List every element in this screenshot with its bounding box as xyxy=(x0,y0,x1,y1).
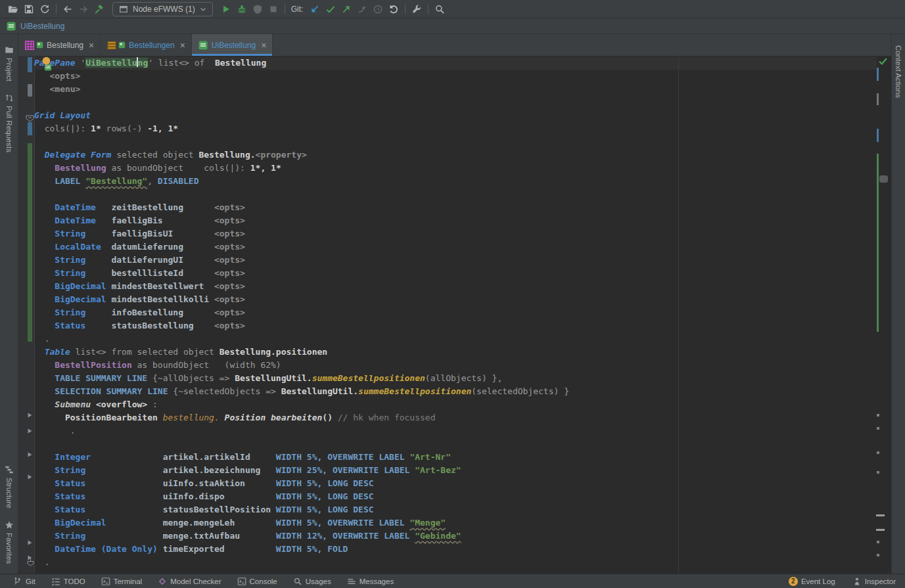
tab-bestellung[interactable]: Bestellung× xyxy=(18,34,101,56)
code-line: BigDecimal menge.mengeLeh WIDTH 5%, OVER… xyxy=(34,516,891,530)
statusbar-item-todo[interactable]: TODO xyxy=(51,577,85,586)
toolwindow-button-structure[interactable]: Structure xyxy=(5,465,14,509)
run-configuration-dropdown[interactable]: Node eFWWS (1) xyxy=(112,2,213,16)
statusbar-item-terminal[interactable]: Terminal xyxy=(101,577,142,586)
fold-arrow-icon[interactable] xyxy=(27,471,33,483)
green-badge-icon xyxy=(36,41,43,49)
tab-bestellungen[interactable]: Bestellungen× xyxy=(101,34,192,56)
git-update-icon[interactable] xyxy=(307,2,323,16)
run-icon[interactable] xyxy=(218,2,234,16)
git-patch-icon[interactable] xyxy=(354,2,370,16)
search-icon[interactable] xyxy=(432,2,448,16)
stripe-mark-dot xyxy=(877,427,879,430)
code-line: DateTime zeitBestellung <opts> xyxy=(34,201,891,214)
code-line xyxy=(34,438,891,451)
code-line: String datLieferungUI <opts> xyxy=(34,254,891,267)
statusbar-item-console[interactable]: Console xyxy=(237,577,277,586)
scrollbar-thumb[interactable] xyxy=(879,175,888,183)
code-text: PagePane 'UiBestellung' list<> of Bestel… xyxy=(34,57,891,569)
stripe-change-mark xyxy=(877,93,879,105)
fold-end-icon[interactable] xyxy=(27,557,34,569)
toolwindow-button-project[interactable]: Project xyxy=(5,45,14,81)
change-marker xyxy=(28,143,32,342)
statusbar-item-messages[interactable]: Messages xyxy=(347,577,394,586)
debug-icon[interactable] xyxy=(234,2,250,16)
toolwindow-label: Context Actions xyxy=(894,45,902,98)
stripe-warning-mark xyxy=(876,529,885,531)
toolwindow-button-pull-requests[interactable]: Pull Requests xyxy=(5,93,14,152)
toolwindow-label: Pull Requests xyxy=(5,106,13,152)
stop-icon[interactable] xyxy=(266,2,281,16)
fold-arrow-icon[interactable] xyxy=(27,449,33,461)
sync-icon[interactable] xyxy=(37,2,53,16)
main-toolbar: Node eFWWS (1) Git: xyxy=(0,0,905,18)
run-config-icon xyxy=(118,2,129,16)
tab-label: Bestellung xyxy=(47,41,83,50)
statusbar-item-model-checker[interactable]: Model Checker xyxy=(158,577,221,586)
statusbar-label: Model Checker xyxy=(170,577,221,585)
inspection-ok-icon[interactable] xyxy=(878,57,888,68)
green-badge-icon xyxy=(118,41,126,49)
code-line: LocalDate datumLieferung <opts> xyxy=(34,240,891,254)
settings-wrench-icon[interactable] xyxy=(409,2,425,16)
open-file-icon[interactable] xyxy=(5,2,21,16)
toolwindow-label: Project xyxy=(5,58,13,81)
statusbar-item-usages[interactable]: Usages xyxy=(293,577,331,586)
tab-icons xyxy=(24,40,43,51)
main-area: ProjectPull RequestsStructureFavorites B… xyxy=(0,34,905,574)
usages-icon xyxy=(293,577,302,586)
code-line: TABLE SUMMARY LINE {~allObjects => Beste… xyxy=(34,372,891,385)
code-line: Status statusBestellPosition WIDTH 5%, L… xyxy=(34,503,891,516)
code-line: . xyxy=(34,424,891,438)
toolbar-separator xyxy=(56,4,57,14)
tab-label: UiBestellung xyxy=(212,41,256,50)
statusbar-label: Terminal xyxy=(114,577,142,585)
statusbar-item-git[interactable]: Git xyxy=(13,577,35,586)
code-line: . xyxy=(34,556,891,569)
statusbar-right: 2Event LogInspector xyxy=(789,577,896,586)
breadcrumb-file[interactable]: UiBestellung xyxy=(20,22,64,31)
forward-icon[interactable] xyxy=(76,2,91,16)
tab-uibestellung[interactable]: UiBestellung× xyxy=(192,34,273,56)
save-all-icon[interactable] xyxy=(21,2,37,16)
change-marker xyxy=(28,84,32,97)
statusbar-item-inspector[interactable]: Inspector xyxy=(852,577,896,586)
history-clock-icon[interactable] xyxy=(370,2,386,16)
statusbar-label: Inspector xyxy=(865,577,896,585)
code-line xyxy=(34,188,891,201)
breadcrumb: UiBestellung xyxy=(0,18,905,34)
fold-arrow-icon[interactable] xyxy=(27,425,33,437)
tab-close-icon[interactable]: × xyxy=(261,41,266,50)
toolwindow-label: Favorites xyxy=(5,533,13,564)
structure-icon xyxy=(5,465,14,474)
toolwindow-button-favorites[interactable]: Favorites xyxy=(5,520,14,564)
code-line: <menu> xyxy=(34,83,891,96)
git-push-icon[interactable] xyxy=(338,2,354,16)
statusbar-label: Messages xyxy=(360,577,394,585)
code-line: DateTime faelligBis <opts> xyxy=(34,214,891,227)
stripe-change-mark xyxy=(877,68,879,81)
rollback-icon[interactable] xyxy=(386,2,402,16)
tab-label: Bestellungen xyxy=(129,41,174,50)
fold-collapsed-icon[interactable] xyxy=(26,113,34,125)
fold-arrow-icon[interactable] xyxy=(27,537,33,549)
terminal-icon xyxy=(101,577,110,586)
tab-close-icon[interactable]: × xyxy=(180,41,185,50)
statusbar-item-event-log[interactable]: 2Event Log xyxy=(789,577,835,586)
intention-bulb-icon[interactable] xyxy=(41,57,51,70)
stripe-mark-dot xyxy=(877,451,879,454)
build-hammer-icon[interactable] xyxy=(91,2,107,16)
tab-close-icon[interactable]: × xyxy=(89,41,94,50)
editor-area[interactable]: PagePane 'UiBestellung' list<> of Bestel… xyxy=(18,56,891,574)
code-line: Integer artikel.artikelId WIDTH 5%, OVER… xyxy=(34,451,891,464)
code-line: String artikel.bezeichnung WIDTH 25%, OV… xyxy=(34,464,891,477)
stripe-change-mark xyxy=(877,154,879,332)
toolbar-separator xyxy=(285,4,285,14)
back-icon[interactable] xyxy=(60,2,76,16)
fold-arrow-icon[interactable] xyxy=(27,409,33,421)
toolwindow-button-context-actions[interactable]: Context Actions xyxy=(894,45,902,98)
stripe-mark-dot xyxy=(877,471,879,474)
coverage-icon[interactable] xyxy=(250,2,266,16)
statusbar-label: Console xyxy=(250,577,277,585)
git-commit-icon[interactable] xyxy=(323,2,338,16)
